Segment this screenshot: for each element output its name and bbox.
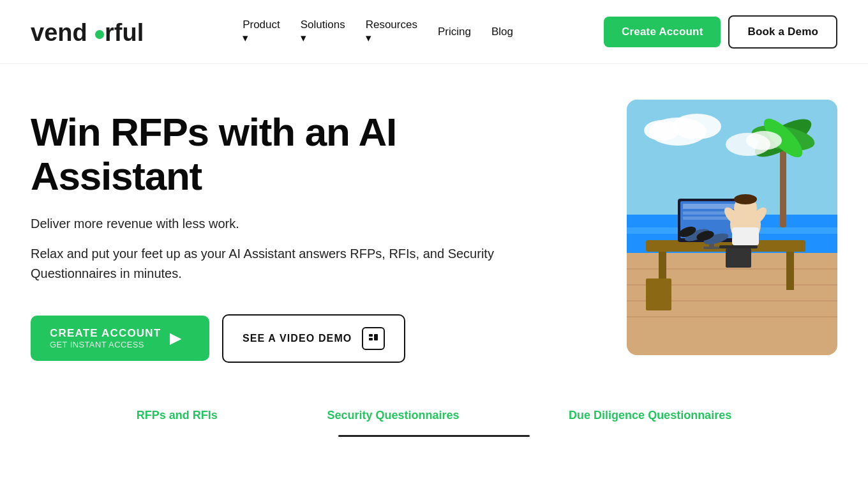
navbar: vend rful Product ▾ Solutions ▾ Resource… — [0, 0, 868, 64]
nav-actions: Create Account Book a Demo — [604, 15, 837, 49]
svg-rect-32 — [703, 247, 720, 249]
nav-item-solutions[interactable]: Solutions ▾ — [301, 19, 345, 45]
svg-rect-34 — [726, 248, 751, 268]
hero-subtitle1: Deliver more revenue with less work. — [31, 217, 541, 231]
svg-rect-29 — [683, 211, 728, 215]
nav-item-pricing[interactable]: Pricing — [438, 26, 471, 38]
cta-create-main-label: CREATE ACCOUNT — [50, 327, 161, 340]
logo[interactable]: vend rful — [31, 18, 152, 46]
create-account-button[interactable]: Create Account — [604, 17, 721, 47]
video-play-icon — [362, 327, 385, 350]
link-rfps-rfis[interactable]: RFPs and RFIs — [137, 409, 218, 422]
svg-rect-5 — [374, 334, 378, 340]
svg-point-39 — [734, 194, 757, 204]
svg-point-15 — [644, 120, 680, 141]
bottom-divider — [0, 435, 868, 443]
book-demo-button[interactable]: Book a Demo — [728, 15, 837, 49]
svg-rect-46 — [646, 278, 671, 310]
svg-rect-3 — [369, 334, 373, 337]
logo-svg: vend rful — [31, 18, 152, 46]
svg-text:vend: vend — [31, 19, 87, 46]
nav-item-blog[interactable]: Blog — [491, 26, 513, 38]
cta-video-label: SEE A VIDEO DEMO — [243, 333, 352, 344]
cta-create-sub-label: Get instant access — [50, 340, 144, 349]
chevron-down-icon: ▾ — [301, 31, 345, 45]
hero-video-demo-button[interactable]: SEE A VIDEO DEMO — [222, 314, 405, 363]
svg-rect-28 — [683, 204, 743, 209]
nav-item-product[interactable]: Product ▾ — [243, 19, 280, 45]
play-icon: ▶ — [170, 330, 181, 347]
hero-create-account-button[interactable]: CREATE ACCOUNT Get instant access ▶ — [31, 316, 209, 361]
svg-rect-25 — [786, 252, 794, 290]
bottom-links: RFPs and RFIs Security Questionnaires Du… — [51, 383, 817, 435]
svg-point-1 — [95, 30, 104, 39]
hero-section: Win RFPs with an AI Assistant Deliver mo… — [0, 64, 868, 383]
svg-text:rful: rful — [105, 19, 144, 46]
nav-item-resources[interactable]: Resources ▾ — [366, 19, 417, 45]
svg-point-17 — [746, 131, 782, 150]
link-due-diligence[interactable]: Due Diligence Questionnaires — [569, 409, 731, 422]
svg-rect-30 — [683, 217, 734, 220]
hero-title: Win RFPs with an AI Assistant — [31, 110, 541, 199]
svg-rect-4 — [369, 338, 373, 340]
link-security-questionnaires[interactable]: Security Questionnaires — [327, 409, 459, 422]
svg-point-14 — [673, 114, 721, 139]
hero-ctas: CREATE ACCOUNT Get instant access ▶ SEE … — [31, 314, 541, 363]
hero-image-container — [627, 100, 837, 355]
hero-subtitle2: Relax and put your feet up as your AI As… — [31, 244, 541, 284]
nav-links: Product ▾ Solutions ▾ Resources ▾ Pricin… — [243, 19, 513, 45]
chevron-down-icon: ▾ — [243, 31, 280, 45]
svg-rect-37 — [732, 227, 759, 245]
divider-line — [338, 435, 530, 437]
hero-image — [627, 100, 837, 355]
chevron-down-icon: ▾ — [366, 31, 417, 45]
hero-content: Win RFPs with an AI Assistant Deliver mo… — [31, 100, 541, 363]
hero-illustration — [627, 100, 837, 355]
